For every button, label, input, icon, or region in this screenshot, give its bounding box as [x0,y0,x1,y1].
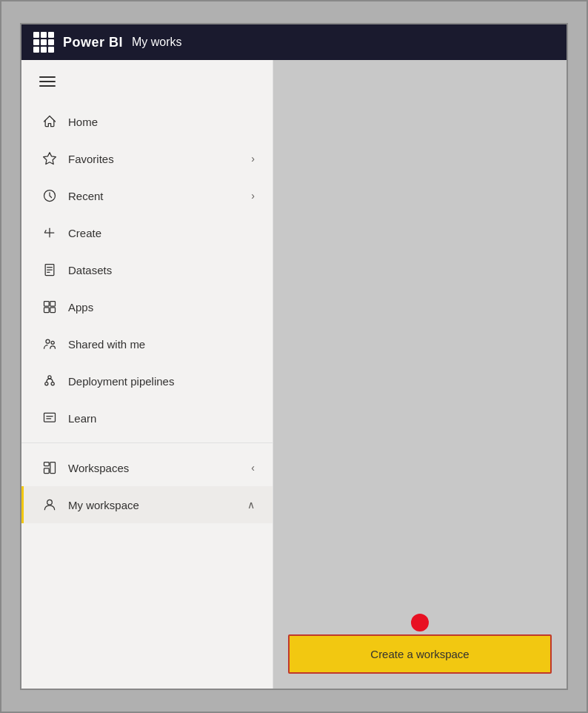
star-icon [41,150,58,167]
shared-icon [41,336,58,352]
svg-point-15 [51,382,54,385]
apps-label: Apps [68,301,255,314]
outer-frame: Power BI My works Home [0,0,588,713]
sidebar-item-recent[interactable]: Recent › [21,177,273,214]
datasets-label: Datasets [68,264,255,276]
sidebar-item-apps[interactable]: Apps [21,288,273,325]
svg-rect-9 [44,308,50,313]
svg-rect-10 [50,308,56,313]
create-icon [41,225,58,241]
svg-rect-8 [50,302,56,307]
sidebar: Home Favorites › Recent › [21,60,273,689]
apps-icon [41,299,58,315]
right-pane: Create a workspace [273,60,567,689]
sidebar-item-my-workspace[interactable]: My workspace ∧ [21,486,273,523]
sidebar-item-workspaces[interactable]: Workspaces ‹ [21,449,273,486]
recent-chevron: › [251,190,255,202]
svg-point-12 [51,341,54,344]
workspaces-chevron: ‹ [251,462,255,474]
deployment-label: Deployment pipelines [68,375,255,388]
my-workspace-label: My workspace [68,499,237,511]
svg-rect-20 [44,468,50,474]
svg-point-14 [45,382,48,385]
svg-point-11 [46,339,50,343]
sidebar-item-create[interactable]: Create [21,214,273,251]
main-content: Home Favorites › Recent › [21,60,567,689]
divider-1 [21,442,273,443]
learn-label: Learn [68,412,255,425]
favorites-chevron: › [251,153,255,165]
svg-rect-21 [50,462,56,474]
hamburger-line-1 [39,76,56,78]
clock-icon [41,188,58,204]
dataset-icon [41,262,58,278]
home-label: Home [68,116,255,128]
deployment-icon [41,373,58,389]
hamburger-line-2 [39,81,56,82]
app-title: Power BI [63,35,123,50]
svg-rect-16 [44,413,56,422]
sidebar-item-datasets[interactable]: Datasets [21,251,273,288]
my-workspace-chevron: ∧ [247,499,255,511]
workspace-title: My works [132,36,182,49]
topbar: Power BI My works [21,24,567,60]
create-workspace-area: Create a workspace [288,614,552,674]
svg-rect-19 [44,462,50,466]
sidebar-item-shared[interactable]: Shared with me [21,325,273,362]
favorites-label: Favorites [68,153,241,165]
sidebar-item-favorites[interactable]: Favorites › [21,140,273,177]
create-workspace-button[interactable]: Create a workspace [288,634,552,674]
learn-icon [41,410,58,426]
hamburger-menu[interactable] [21,60,273,103]
window: Power BI My works Home [20,23,568,690]
recent-label: Recent [68,190,241,202]
grid-icon[interactable] [33,32,54,53]
shared-label: Shared with me [68,338,255,351]
create-label: Create [68,227,255,239]
workspaces-label: Workspaces [68,462,241,474]
red-dot [411,614,429,631]
home-icon [41,113,58,130]
workspaces-icon [41,460,58,476]
sidebar-item-deployment[interactable]: Deployment pipelines [21,362,273,399]
svg-rect-7 [44,302,50,307]
sidebar-item-learn[interactable]: Learn [21,399,273,437]
my-workspace-icon [41,497,58,513]
sidebar-item-home[interactable]: Home [21,103,273,140]
hamburger-line-3 [39,85,56,87]
svg-point-22 [47,500,53,505]
